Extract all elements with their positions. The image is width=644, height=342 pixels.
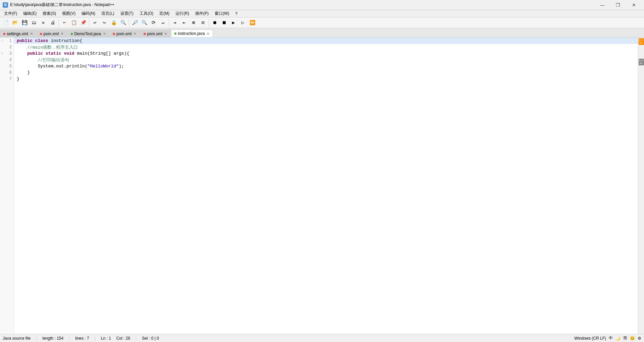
toolbar-zoom-out[interactable]: 🔍 — [140, 18, 149, 27]
toolbar-paste[interactable]: 📌 — [79, 18, 88, 27]
status-gear[interactable]: ⚙ — [638, 336, 641, 341]
menu-edit[interactable]: 编辑(E) — [20, 10, 39, 17]
toolbar-outdent[interactable]: ⇤ — [180, 18, 189, 27]
toolbar-replace[interactable]: 🔍 — [119, 18, 127, 27]
tab-close-settings[interactable]: ✕ — [30, 32, 34, 36]
code-line-3: public static void main(String[] args){ — [14, 50, 638, 57]
tab-pom2-xml[interactable]: ■ pom.xml ✕ — [110, 30, 140, 38]
toolbar-macro-stop[interactable]: ⏹ — [220, 18, 228, 27]
tab-close-instruction[interactable]: ✕ — [206, 32, 210, 36]
close-button[interactable]: ✕ — [626, 0, 641, 10]
titlebar-buttons: — ❐ ✕ — [595, 0, 641, 10]
toolbar-run[interactable]: ▷ — [238, 18, 247, 27]
window-title: E:\study\java\java基础\第二章\instruction.jav… — [10, 2, 114, 8]
tab-close-pom2[interactable]: ✕ — [133, 32, 137, 36]
line-num-3: □ 3 — [0, 50, 14, 57]
menubar: 文件(F) 编辑(E) 搜索(S) 视图(V) 编码(N) 语言(L) 设置(T… — [0, 10, 644, 17]
toolbar-wrap[interactable]: ↵ — [159, 18, 167, 27]
menu-encoding[interactable]: 编码(N) — [79, 10, 98, 17]
tab-label-pom2: pom.xml — [116, 32, 131, 36]
menu-plugins[interactable]: 插件(P) — [193, 10, 211, 17]
minimize-button[interactable]: — — [595, 0, 610, 10]
tab-demotest-java[interactable]: ■ DemoTest.java ✕ — [67, 30, 109, 38]
toolbar-indent[interactable]: ⇥ — [170, 18, 179, 27]
toolbar-copy[interactable]: 📋 — [69, 18, 78, 27]
menu-search[interactable]: 搜索(S) — [40, 10, 59, 17]
tab-settings-xml[interactable]: ■ settings.xml ✕ — [0, 30, 37, 38]
toolbar-zoom-in[interactable]: 🔎 — [130, 18, 139, 27]
menu-help[interactable]: ? — [232, 10, 240, 17]
menu-language[interactable]: 语言(L) — [99, 10, 117, 17]
tab-icon-settings: ■ — [3, 32, 5, 36]
fold-icon-3[interactable]: □ — [1, 52, 3, 55]
tab-pom1-xml[interactable]: ■ pom.xml ✕ — [37, 30, 67, 38]
menu-run[interactable]: 运行(R) — [173, 10, 192, 17]
tab-pom3-xml[interactable]: ■ pom.xml ✕ — [140, 30, 171, 38]
code-line-1: public class instruction{ — [14, 38, 638, 44]
toolbar-macro-play[interactable]: ▶ — [229, 18, 238, 27]
code-area[interactable]: public class instruction{ //main函数，程序主入口… — [14, 38, 638, 334]
tab-close-demotest[interactable]: ✕ — [102, 32, 106, 36]
fold-icon-1[interactable]: □ — [1, 39, 3, 43]
status-ln: Ln : 1 — [101, 336, 111, 341]
tab-instruction-java[interactable]: ■ instruction.java ✕ — [171, 30, 213, 38]
menu-window[interactable]: 窗口(W) — [212, 10, 232, 17]
toolbar-undo[interactable]: ↩ — [91, 18, 99, 27]
menu-view[interactable]: 视图(V) — [59, 10, 78, 17]
menu-settings[interactable]: 设置(T) — [118, 10, 136, 17]
toolbar-new[interactable]: 📄 — [1, 18, 10, 27]
tab-icon-pom2: ■ — [113, 32, 115, 36]
toolbar: 📄 📂 💾 🗂 ✕ 🖨 ✂ 📋 📌 ↩ ↪ 🔒 🔍 🔎 🔍 ⟳ ↵ ⇥ ⇤ ⊞ … — [0, 17, 644, 28]
toolbar-save-all[interactable]: 🗂 — [30, 18, 38, 27]
toolbar-save[interactable]: 💾 — [20, 18, 29, 27]
status-col: Col : 26 — [116, 336, 130, 341]
kw-static: static — [46, 51, 61, 56]
status-lang-zh: 中 — [609, 335, 613, 341]
toolbar-cut[interactable]: ✂ — [60, 18, 69, 27]
menu-file[interactable]: 文件(F) — [1, 10, 20, 17]
tab-icon-pom3: ■ — [143, 32, 146, 36]
right-panel: 0.2K∧ 0.0K∨ — [638, 38, 644, 334]
toolbar-macro-rec[interactable]: ⏺ — [210, 18, 219, 27]
sep5 — [209, 19, 209, 26]
code-line-7: } — [14, 76, 638, 82]
sep4 — [169, 19, 169, 26]
badge-gray: 0.0K∨ — [639, 59, 644, 65]
toolbar-toggle[interactable]: ⊞ — [189, 18, 198, 27]
line-num-4: 4 — [0, 57, 14, 63]
status-filetype: Java source file — [3, 336, 31, 341]
toolbar-sync[interactable]: ⟳ — [149, 18, 158, 27]
line-num-1: □ 1 — [0, 38, 14, 44]
kw-public-3: public — [27, 51, 43, 56]
restore-button[interactable]: ❐ — [610, 0, 626, 10]
statusbar: Java source file | length : 154 | lines … — [0, 334, 644, 342]
kw-class: class — [35, 38, 48, 43]
menu-macro[interactable]: 宏(M) — [157, 10, 172, 17]
code-line-5: System.out.println( "HelloWorld" ); — [14, 63, 638, 69]
toolbar-close[interactable]: ✕ — [39, 18, 48, 27]
app-icon: N — [3, 2, 8, 8]
toolbar-find[interactable]: 🔒 — [109, 18, 118, 27]
tab-close-pom1[interactable]: ✕ — [60, 32, 64, 36]
code-line-4: //打印输出语句 — [14, 57, 638, 63]
status-encoding: Windows (CR LF) — [574, 336, 606, 341]
sep2 — [89, 19, 89, 26]
statusbar-right: Windows (CR LF) 中 🌙 简 😊 ⚙ — [574, 335, 641, 341]
toolbar-collapse[interactable]: ⊟ — [199, 18, 207, 27]
toolbar-print[interactable]: 🖨 — [48, 18, 57, 27]
tab-icon-instruction: ■ — [174, 31, 176, 36]
toolbar-run2[interactable]: ⏩ — [248, 18, 257, 27]
statusbar-left: Java source file | length : 154 | lines … — [3, 336, 159, 341]
kw-public-1: public — [17, 38, 33, 43]
sep3 — [129, 19, 129, 26]
tab-label-pom1: pom.xml — [44, 32, 59, 36]
status-lines: lines : 7 — [75, 336, 89, 341]
toolbar-redo[interactable]: ↪ — [100, 18, 109, 27]
tab-label-instruction: instruction.java — [178, 31, 205, 36]
toolbar-open[interactable]: 📂 — [11, 18, 19, 27]
badge-orange: 0.2K∧ — [639, 38, 644, 45]
line-num-6: 6 — [0, 69, 14, 76]
tab-close-pom3[interactable]: ✕ — [164, 32, 168, 36]
line-num-7: 7 — [0, 76, 14, 82]
menu-tools[interactable]: 工具(O) — [137, 10, 156, 17]
